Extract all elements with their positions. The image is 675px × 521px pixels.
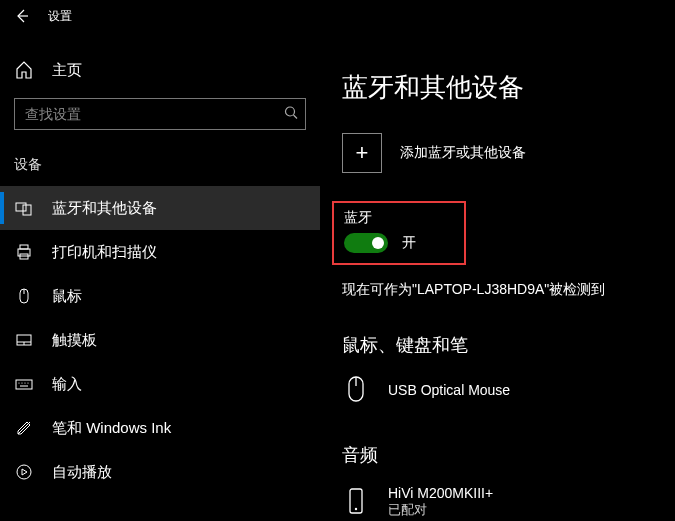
content-panel: 蓝牙和其他设备 + 添加蓝牙或其他设备 蓝牙 开 现在可作为"LAPTOP-LJ…	[320, 32, 675, 521]
svg-line-2	[294, 115, 298, 119]
sidebar-item-label: 鼠标	[52, 287, 82, 306]
sidebar-item-label: 触摸板	[52, 331, 97, 350]
sidebar-item-mouse[interactable]: 鼠标	[0, 274, 320, 318]
sidebar-item-label: 蓝牙和其他设备	[52, 199, 157, 218]
pen-icon	[14, 418, 34, 438]
sidebar-item-label: 输入	[52, 375, 82, 394]
device-name: USB Optical Mouse	[388, 382, 510, 398]
printer-icon	[14, 242, 34, 262]
svg-point-23	[355, 508, 357, 510]
plus-icon: +	[342, 133, 382, 173]
devices-icon	[14, 198, 34, 218]
mouse-icon	[342, 375, 370, 405]
sidebar-item-touchpad[interactable]: 触摸板	[0, 318, 320, 362]
svg-rect-6	[20, 245, 28, 249]
device-status: 已配对	[388, 501, 493, 519]
add-device-label: 添加蓝牙或其他设备	[400, 144, 526, 162]
search-input[interactable]	[14, 98, 306, 130]
device-name: HiVi M200MKIII+	[388, 485, 493, 501]
sidebar: 主页 设备 蓝牙和其他设备 打印机和扫描仪 鼠标	[0, 32, 320, 521]
keyboard-icon	[14, 374, 34, 394]
search-icon[interactable]	[284, 106, 298, 123]
svg-point-19	[17, 465, 31, 479]
svg-rect-4	[23, 205, 31, 215]
section-audio-title: 音频	[342, 443, 653, 467]
bluetooth-toggle[interactable]	[344, 233, 388, 253]
mouse-icon	[14, 286, 34, 306]
sidebar-item-label: 自动播放	[52, 463, 112, 482]
device-row-audio[interactable]: HiVi M200MKIII+ 已配对	[342, 481, 653, 521]
svg-point-1	[286, 107, 295, 116]
autoplay-icon	[14, 462, 34, 482]
window-title: 设置	[48, 8, 72, 25]
bluetooth-highlight-box: 蓝牙 开	[332, 201, 466, 265]
device-row-mouse[interactable]: USB Optical Mouse	[342, 371, 653, 409]
sidebar-item-typing[interactable]: 输入	[0, 362, 320, 406]
sidebar-home-label: 主页	[52, 61, 82, 80]
svg-point-16	[24, 382, 25, 383]
sidebar-item-bluetooth[interactable]: 蓝牙和其他设备	[0, 186, 320, 230]
sidebar-home[interactable]: 主页	[0, 50, 320, 90]
sidebar-item-label: 笔和 Windows Ink	[52, 419, 171, 438]
phone-icon	[342, 487, 370, 517]
bluetooth-toggle-label: 开	[402, 234, 416, 252]
svg-rect-13	[16, 380, 32, 389]
sidebar-item-printers[interactable]: 打印机和扫描仪	[0, 230, 320, 274]
svg-point-14	[18, 382, 19, 383]
touchpad-icon	[14, 330, 34, 350]
svg-point-17	[27, 382, 28, 383]
sidebar-category: 设备	[0, 148, 320, 186]
section-mouse-title: 鼠标、键盘和笔	[342, 333, 653, 357]
home-icon	[14, 60, 34, 80]
sidebar-item-pen[interactable]: 笔和 Windows Ink	[0, 406, 320, 450]
back-icon[interactable]	[14, 8, 30, 24]
sidebar-item-autoplay[interactable]: 自动播放	[0, 450, 320, 494]
svg-point-15	[21, 382, 22, 383]
page-title: 蓝牙和其他设备	[342, 70, 653, 105]
bluetooth-status: 现在可作为"LAPTOP-LJ38HD9A"被检测到	[342, 281, 653, 299]
add-device-button[interactable]: + 添加蓝牙或其他设备	[342, 133, 653, 173]
svg-rect-3	[16, 203, 26, 211]
bluetooth-title: 蓝牙	[344, 209, 416, 227]
sidebar-item-label: 打印机和扫描仪	[52, 243, 157, 262]
